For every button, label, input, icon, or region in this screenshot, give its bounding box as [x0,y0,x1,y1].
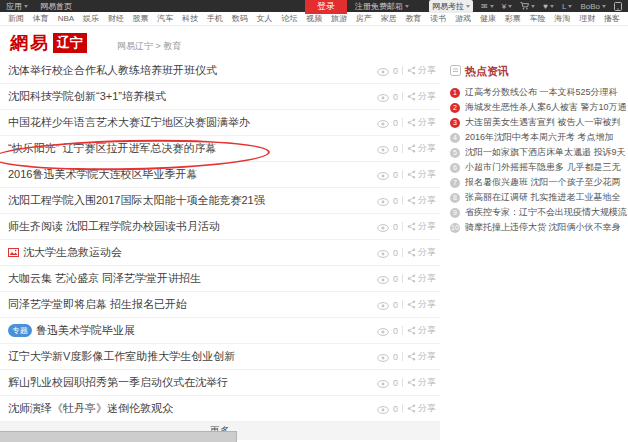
register-mail-label: 注册免费邮箱 [355,1,403,12]
channel-link[interactable]: 娱乐 [83,13,99,24]
divider [402,274,403,283]
news-title-link[interactable]: 沈大学生急救运动会 [23,245,122,260]
hot-news-item[interactable]: 2 海城发生恶性杀人案6人被害 警方10万通 [450,100,627,115]
view-count: 0 [393,274,398,284]
share-button[interactable]: 分享 [407,272,436,285]
share-button[interactable]: 分享 [407,116,436,129]
news-title-link[interactable]: 中国花样少年语言艺术大赛辽宁地区决赛圆满举办 [8,115,250,130]
hot-news-item[interactable]: 10 骑摩托撞上违停大货 沈阳俩小伙不幸身 [450,220,627,235]
channel-link[interactable]: 论坛 [281,13,297,24]
channel-link[interactable]: 财经 [108,13,124,24]
hot-news-title: 报名暑假兴趣班 沈阳一个孩子至少花两 [465,176,621,189]
channel-link[interactable]: 体育 [33,13,49,24]
heart-icon[interactable]: ♥ [543,2,554,11]
share-button[interactable]: 分享 [407,142,436,155]
share-button[interactable]: 分享 [407,324,436,337]
news-title-link[interactable]: 辉山乳业校园职招秀第一季启动仪式在沈举行 [8,375,228,390]
channel-link[interactable]: 读书 [430,13,446,24]
bobo-link[interactable]: BoBo [580,2,606,11]
breadcrumb[interactable]: 网易辽宁 > 教育 [117,40,181,53]
news-title-link[interactable]: 2016鲁迅美术学院大连校区毕业季开幕 [8,167,197,182]
news-title-link[interactable]: 沈体举行校企合作私人教练培养班开班仪式 [8,63,217,78]
hot-news-item[interactable]: 6 小超市门外摇摇车隐患多 几乎都是三无 [450,160,627,175]
client-icon[interactable] [614,2,622,11]
rank-badge: 3 [450,118,460,128]
share-button[interactable]: 分享 [407,376,436,389]
share-button[interactable]: 分享 [407,246,436,259]
channel-link[interactable]: 股票 [133,13,149,24]
hot-news-item[interactable]: 8 张高丽在辽调研 扎实推进老工业基地全 [450,190,627,205]
hot-news-item[interactable]: 5 沈阳一如家旗下酒店床单太邋遢 投诉9天 [450,145,627,160]
channel-link[interactable]: 游戏 [455,13,471,24]
hot-news-title: 辽高考分数线公布 一本文科525分理科 [465,86,618,99]
views-icon [377,114,389,132]
cart-icon[interactable] [520,2,535,10]
news-title-link[interactable]: 沈阳科技学院创新“3+1”培养模式 [8,89,166,104]
news-title-link[interactable]: 沈阳工程学院入围2017国际太阳能十项全能竞赛21强 [8,193,265,208]
liaoning-logo-badge[interactable]: 辽宁 [53,33,87,53]
mail-icon[interactable]: ✉ [481,2,494,11]
news-title-link[interactable]: 鲁迅美术学院毕业展 [36,323,135,338]
channel-link[interactable]: 健康 [480,13,496,24]
share-icon [407,144,416,153]
share-button[interactable]: 分享 [407,220,436,233]
hot-news-item[interactable]: 7 报名暑假兴趣班 沈阳一个孩子至少花两 [450,175,627,190]
channel-link[interactable]: 播客 [604,13,620,24]
apps-menu[interactable]: 应用 [6,1,28,12]
kaola-link[interactable]: 网易考拉 [429,0,473,13]
news-title-link[interactable]: 沈师演绎《牡丹亭》迷倒伦敦观众 [8,401,173,416]
hot-news-title: 2016年沈阳中考本周六开考 考点增加 [465,131,614,144]
money-icon[interactable]: ¥ [502,2,512,11]
channel-link[interactable]: 房产 [356,13,372,24]
channel-link[interactable]: 家居 [381,13,397,24]
channel-link[interactable]: 汽车 [157,13,173,24]
channel-link[interactable]: 旅游 [331,13,347,24]
channel-link[interactable]: 车险 [530,13,546,24]
channel-link[interactable]: 教育 [405,13,421,24]
hot-news-title: 张高丽在辽调研 扎实推进老工业基地全 [465,191,621,204]
channel-link[interactable]: 理财 [579,13,595,24]
login-button[interactable]: 登录 [305,0,347,14]
channel-link[interactable]: 海淘 [554,13,570,24]
channel-link[interactable]: 数码 [232,13,248,24]
news-row: 辉山乳业校园职招秀第一季启动仪式在沈举行 0 分享 [0,370,440,396]
hot-news-item[interactable]: 1 辽高考分数线公布 一本文科525分理科 [450,85,627,100]
channel-link[interactable]: 新闻 [8,13,24,24]
chevron-down-icon [508,5,512,8]
bobo-label: BoBo [580,2,600,11]
netease-logo[interactable]: 網易 [10,31,50,55]
view-count: 0 [393,144,398,154]
lofter-link[interactable]: L [562,2,572,11]
views-icon [377,62,389,80]
news-title-link[interactable]: 大咖云集 艺沁盛京 同泽艺学堂开讲招生 [8,271,201,286]
news-title-link[interactable]: 同泽艺学堂即将启幕 招生报名已开始 [8,297,187,312]
share-button[interactable]: 分享 [407,350,436,363]
news-title-link[interactable]: 师生齐阅读 沈阳工程学院办校园读书月活动 [8,219,220,234]
news-title-link[interactable]: 辽宁大学新V度影像工作室助推大学生创业创新 [8,349,235,364]
share-button[interactable]: 分享 [407,194,436,207]
divider [402,378,403,387]
share-button[interactable]: 分享 [407,168,436,181]
divider [402,170,403,179]
news-row: 2016鲁迅美术学院大连校区毕业季开幕 0 分享 [0,162,440,188]
share-icon [407,326,416,335]
channel-link[interactable]: NBA [58,14,74,23]
news-row: 同泽艺学堂即将启幕 招生报名已开始 0 分享 [0,292,440,318]
register-mail-link[interactable]: 注册免费邮箱 [355,1,409,12]
channel-link[interactable]: 科技 [182,13,198,24]
news-title-link[interactable]: “快乐阳光” 辽宁赛区拉开进军总决赛的序幕 [8,141,216,156]
hot-news-item[interactable]: 3 大连留美女生遇害宣判 被告人一审被判 [450,115,627,130]
hot-news-item[interactable]: 4 2016年沈阳中考本周六开考 考点增加 [450,130,627,145]
views-icon [377,88,389,106]
share-button[interactable]: 分享 [407,64,436,77]
channel-link[interactable]: 女人 [257,13,273,24]
share-button[interactable]: 分享 [407,402,436,415]
share-icon [407,196,416,205]
share-button[interactable]: 分享 [407,90,436,103]
channel-link[interactable]: 手机 [207,13,223,24]
netease-home-link[interactable]: 网易首页 [40,1,72,12]
channel-link[interactable]: 视频 [306,13,322,24]
channel-link[interactable]: 彩票 [505,13,521,24]
hot-news-item[interactable]: 9 省疾控专家：辽宁不会出现疫情大规模流 [450,205,627,220]
share-button[interactable]: 分享 [407,298,436,311]
